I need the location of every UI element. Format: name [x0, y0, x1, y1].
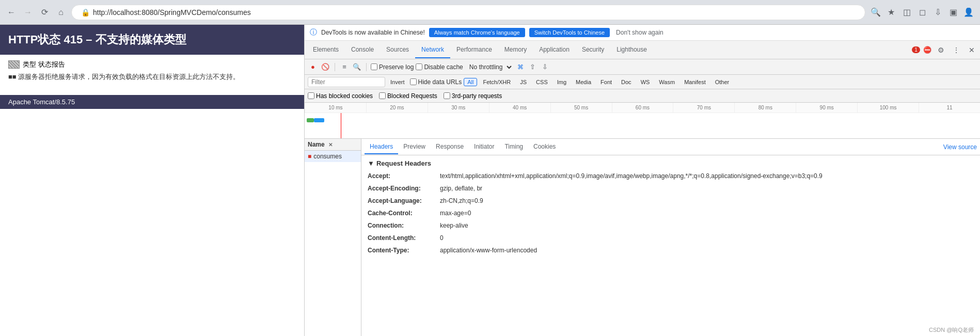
- header-accept-encoding: Accept-Encoding gzip, deflate, br: [368, 184, 974, 193]
- more-options-icon[interactable]: ⋮: [950, 44, 962, 56]
- detail-tab-timing[interactable]: Timing: [499, 140, 528, 154]
- window-icon[interactable]: ▣: [947, 6, 959, 19]
- tab-security[interactable]: Security: [576, 42, 610, 58]
- header-content-type: Content-Type application/x-www-form-urle…: [368, 246, 974, 255]
- mark-10ms: 10 ms: [305, 103, 366, 113]
- hide-data-urls-input[interactable]: [410, 78, 417, 85]
- record-button[interactable]: ●: [308, 62, 318, 72]
- detail-tab-initiator[interactable]: Initiator: [469, 140, 499, 154]
- profile-icon[interactable]: 👤: [962, 6, 975, 19]
- filter-doc[interactable]: Doc: [618, 78, 635, 86]
- filter-font[interactable]: Font: [597, 78, 615, 86]
- header-cache-control: Cache-Control max-age=0: [368, 209, 974, 218]
- header-value-cache-control: max-age=0: [440, 209, 471, 218]
- mark-90ms: 90 ms: [796, 103, 857, 113]
- view-source-link[interactable]: View source: [943, 143, 977, 151]
- search-icon[interactable]: 🔍: [352, 62, 362, 72]
- detail-tab-cookies[interactable]: Cookies: [528, 140, 561, 154]
- tab-network[interactable]: Network: [415, 42, 450, 58]
- dismiss-info[interactable]: Don't show again: [616, 29, 663, 36]
- reload-button[interactable]: ⟳: [38, 6, 51, 19]
- detail-tab-preview[interactable]: Preview: [398, 140, 431, 154]
- devtools-tabs: Elements Console Sources Network Perform…: [305, 41, 980, 59]
- header-key-connection: Connection: [368, 221, 440, 230]
- hide-data-urls-label: Hide data URLs: [418, 78, 462, 86]
- settings-icon[interactable]: ⚙: [935, 44, 947, 56]
- tab-performance[interactable]: Performance: [450, 42, 498, 58]
- filter-css[interactable]: CSS: [532, 78, 551, 86]
- blocked-requests-input[interactable]: [379, 92, 386, 99]
- close-devtools-icon[interactable]: ✕: [966, 44, 978, 56]
- throttle-select[interactable]: No throttling: [465, 63, 513, 71]
- tab-console[interactable]: Console: [345, 42, 380, 58]
- section-collapse-icon: ▼: [368, 159, 374, 167]
- request-list: Name ✕ ■ consumes: [305, 139, 361, 336]
- mark-80ms: 80 ms: [734, 103, 796, 113]
- header-key-accept-language: Accept-Language: [368, 196, 440, 205]
- filter-wasm[interactable]: Wasm: [655, 78, 678, 86]
- filter-js[interactable]: JS: [516, 78, 530, 86]
- filter-manifest[interactable]: Manifest: [681, 78, 709, 86]
- header-value-content-type: application/x-www-form-urlencoded: [440, 246, 537, 255]
- download-icon[interactable]: ⇩: [540, 62, 550, 72]
- preserve-log-checkbox[interactable]: Preserve log: [371, 63, 414, 71]
- header-key-accept-encoding: Accept-Encoding: [368, 184, 440, 193]
- download-icon[interactable]: ⇩: [931, 6, 944, 19]
- disable-cache-input[interactable]: [416, 63, 422, 70]
- tab-elements[interactable]: Elements: [307, 42, 345, 58]
- request-bar-waiting: [307, 118, 314, 122]
- tab-application[interactable]: Application: [533, 42, 576, 58]
- checkbox-filters-row: Has blocked cookies Blocked Requests 3rd…: [305, 89, 980, 103]
- blocked-cookies-filter[interactable]: Has blocked cookies: [308, 92, 373, 100]
- address-bar[interactable]: 🔒 http://localhost:8080/SpringMVCDemo/co…: [71, 5, 865, 20]
- tab-memory[interactable]: Memory: [498, 42, 533, 58]
- preserve-log-input[interactable]: [371, 63, 377, 70]
- disable-cache-checkbox[interactable]: Disable cache: [416, 63, 463, 71]
- header-key-cache-control: Cache-Control: [368, 209, 440, 218]
- header-value-accept: text/html,application/xhtml+xml,applicat…: [440, 171, 823, 181]
- mark-60ms: 60 ms: [612, 103, 673, 113]
- blocked-cookies-input[interactable]: [308, 92, 314, 99]
- invert-button[interactable]: Invert: [387, 78, 408, 86]
- close-detail-button[interactable]: ✕: [327, 141, 334, 148]
- search-icon[interactable]: 🔍: [870, 6, 882, 19]
- home-button[interactable]: ⌂: [55, 6, 67, 19]
- clear-button[interactable]: 🚫: [320, 62, 330, 72]
- filter-media[interactable]: Media: [572, 78, 595, 86]
- filter-img[interactable]: Img: [554, 78, 570, 86]
- status-text: 类型 状态报告: [23, 60, 65, 69]
- filter-ws[interactable]: WS: [637, 78, 654, 86]
- third-party-label: 3rd-party requests: [452, 92, 502, 100]
- filter-bar: Invert Hide data URLs All Fetch/XHR JS C…: [305, 75, 980, 89]
- filter-all[interactable]: All: [464, 78, 477, 86]
- header-key-content-type: Content-Type: [368, 246, 440, 255]
- mark-70ms: 70 ms: [673, 103, 734, 113]
- filter-other[interactable]: Other: [712, 78, 733, 86]
- third-party-input[interactable]: [444, 92, 450, 99]
- forward-button[interactable]: →: [22, 6, 34, 19]
- timeline-track: [305, 113, 980, 139]
- request-item-consumes[interactable]: ■ consumes: [305, 151, 361, 162]
- bookmark-icon[interactable]: ★: [885, 6, 897, 19]
- tab-icon[interactable]: ◻: [916, 6, 928, 19]
- filter-icon[interactable]: ≡: [339, 62, 350, 72]
- detail-tab-response[interactable]: Response: [431, 140, 469, 154]
- hide-data-urls-checkbox[interactable]: Hide data URLs: [410, 78, 462, 86]
- filter-input[interactable]: [308, 77, 385, 87]
- switch-chinese-button[interactable]: Switch DevTools to Chinese: [529, 28, 610, 37]
- page-content: HTTP状态 415 – 不支持的媒体类型 类型 状态报告 ■■ 源服务器拒绝服…: [0, 25, 305, 336]
- request-list-header: Name ✕: [305, 139, 361, 151]
- page-body: 类型 状态报告 ■■ 源服务器拒绝服务请求，因为有效负载的格式在目标资源上此方法…: [0, 55, 304, 92]
- back-button[interactable]: ←: [5, 6, 18, 19]
- blocked-requests-filter[interactable]: Blocked Requests: [379, 92, 437, 100]
- detail-tab-headers[interactable]: Headers: [365, 140, 398, 154]
- filter-fetch-xhr[interactable]: Fetch/XHR: [479, 78, 514, 86]
- status-label: 类型 状态报告: [8, 60, 296, 69]
- header-key-accept: Accept: [368, 171, 440, 181]
- tab-sources[interactable]: Sources: [380, 42, 415, 58]
- bookmark-manager-icon[interactable]: ◫: [900, 6, 913, 19]
- match-language-button[interactable]: Always match Chrome's language: [429, 28, 525, 37]
- tab-lighthouse[interactable]: Lighthouse: [610, 42, 653, 58]
- upload-icon[interactable]: ⇧: [528, 62, 538, 72]
- third-party-filter[interactable]: 3rd-party requests: [444, 92, 502, 100]
